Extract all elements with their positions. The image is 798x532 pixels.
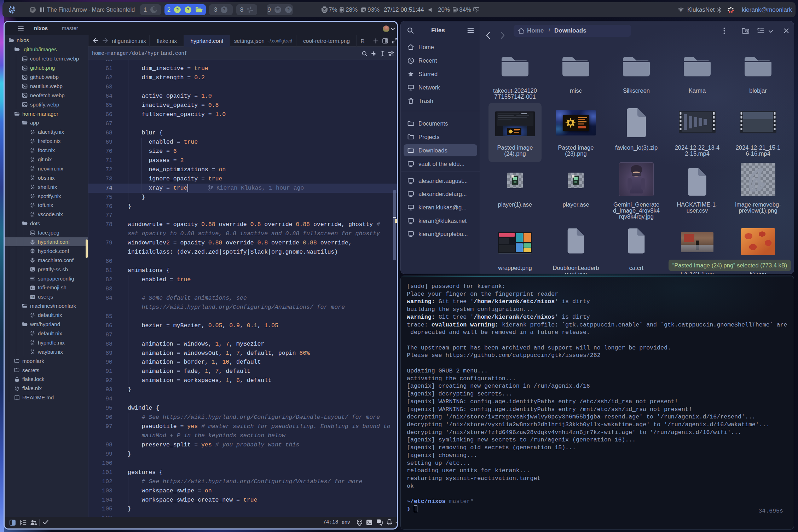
svg-text:?: ? (187, 7, 190, 12)
svg-text:?: ? (176, 7, 179, 12)
svg-text:?: ? (287, 7, 290, 12)
svg-text:?: ? (223, 7, 226, 12)
